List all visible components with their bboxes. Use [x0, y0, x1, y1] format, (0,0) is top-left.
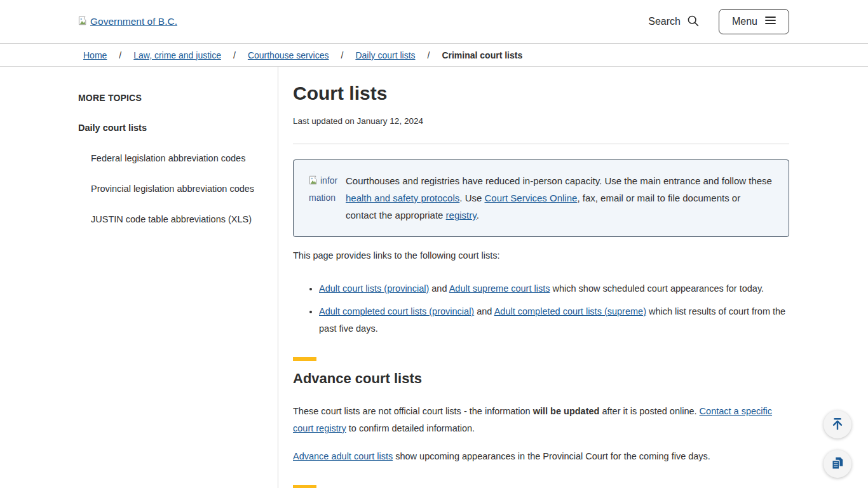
info-alert-text: Courthouses and registries have reduced …	[346, 172, 773, 224]
menu-label: Menu	[732, 16, 757, 27]
advance-court-lists-heading: Advance court lists	[293, 370, 789, 387]
inline-link[interactable]: Adult completed court lists (supreme)	[494, 306, 646, 316]
intro-paragraph: This page provides links to the followin…	[293, 247, 789, 264]
bold-text: will be updated	[533, 406, 600, 416]
breadcrumb-current-criminal-court-lists: Criminal court lists	[442, 50, 522, 60]
site-header: Government of B.C. Search Menu	[0, 0, 868, 43]
search-label: Search	[648, 16, 681, 27]
advance-paragraph-1: These court lists are not official court…	[293, 403, 789, 437]
inline-link[interactable]: health and safety protocols	[346, 193, 459, 203]
text-segment: . Use	[459, 193, 484, 203]
section-accent-bar	[293, 485, 316, 488]
sidebar-item-daily-court-lists[interactable]: Daily court lists	[78, 123, 259, 133]
search-icon	[686, 14, 700, 30]
breadcrumb-link-daily-court-lists[interactable]: Daily court lists	[355, 50, 415, 60]
inline-link[interactable]: Adult completed court lists (provincial)	[319, 306, 474, 316]
text-segment: These court lists are not official court…	[293, 406, 533, 416]
content-wrap: MORE TOPICS Daily court lists Federal le…	[0, 67, 868, 488]
main-content: Court lists Last updated on January 12, …	[278, 67, 868, 488]
copy-page-button[interactable]	[824, 450, 851, 478]
text-segment: show upcoming appearances in the Provinc…	[393, 451, 710, 461]
breadcrumb-link-law-crime-justice[interactable]: Law, crime and justice	[133, 50, 221, 60]
sidebar-item-provincial-legislation-codes[interactable]: Provincial legislation abbreviation code…	[91, 184, 259, 194]
back-to-top-icon	[831, 417, 844, 433]
inline-link[interactable]: Advance adult court lists	[293, 451, 393, 461]
breadcrumb-separator: /	[428, 50, 430, 60]
header-actions: Search Menu	[648, 9, 789, 34]
info-alert-box: information Courthouses and registries h…	[293, 159, 789, 237]
inline-link[interactable]: Court Services Online	[484, 193, 577, 203]
broken-image-icon	[78, 16, 89, 28]
text-segment: .	[477, 210, 479, 220]
sidebar-heading: MORE TOPICS	[78, 93, 259, 103]
page-title: Court lists	[293, 83, 789, 104]
breadcrumb: Home / Law, crime and justice / Courthou…	[0, 43, 868, 67]
hamburger-icon	[765, 16, 776, 27]
breadcrumb-separator: /	[341, 50, 344, 60]
text-segment: which show scheduled court appearances f…	[550, 283, 764, 294]
back-to-top-button[interactable]	[824, 410, 851, 438]
advance-paragraph-2: Advance adult court lists show upcoming …	[293, 448, 789, 465]
text-segment: Courthouses and registries have reduced …	[346, 175, 772, 186]
inline-link[interactable]: Adult court lists (provincial)	[319, 283, 429, 294]
title-divider	[293, 144, 789, 144]
text-segment: and	[474, 306, 494, 316]
bullet-completed-lists: Adult completed court lists (provincial)…	[319, 303, 789, 337]
sidebar-item-federal-legislation-codes[interactable]: Federal legislation abbreviation codes	[91, 153, 259, 163]
information-broken-image-icon: information	[309, 172, 340, 224]
logo-alt-text: Government of B.C.	[90, 16, 177, 27]
breadcrumb-link-home[interactable]: Home	[83, 50, 107, 60]
breadcrumb-separator: /	[119, 50, 121, 60]
text-segment: after it is posted online.	[599, 406, 699, 416]
court-lists-bullet-list: Adult court lists (provincial) and Adult…	[293, 280, 789, 337]
inline-link[interactable]: registry	[446, 210, 477, 220]
search-button[interactable]: Search	[648, 14, 700, 30]
text-segment: to confirm detailed information.	[346, 423, 475, 433]
breadcrumb-separator: /	[233, 50, 236, 60]
sidebar-item-justin-code-table[interactable]: JUSTIN code table abbreviations (XLS)	[91, 214, 259, 224]
copy-icon	[831, 456, 844, 472]
bullet-today-lists: Adult court lists (provincial) and Adult…	[319, 280, 789, 297]
text-segment: and	[429, 283, 449, 294]
sidebar: MORE TOPICS Daily court lists Federal le…	[0, 67, 278, 488]
last-updated-text: Last updated on January 12, 2024	[293, 116, 789, 126]
menu-button[interactable]: Menu	[719, 9, 789, 34]
breadcrumb-link-courthouse-services[interactable]: Courthouse services	[248, 50, 329, 60]
section-accent-bar	[293, 357, 316, 361]
inline-link[interactable]: Adult supreme court lists	[449, 283, 550, 294]
government-bc-logo-link[interactable]: Government of B.C.	[78, 16, 177, 28]
